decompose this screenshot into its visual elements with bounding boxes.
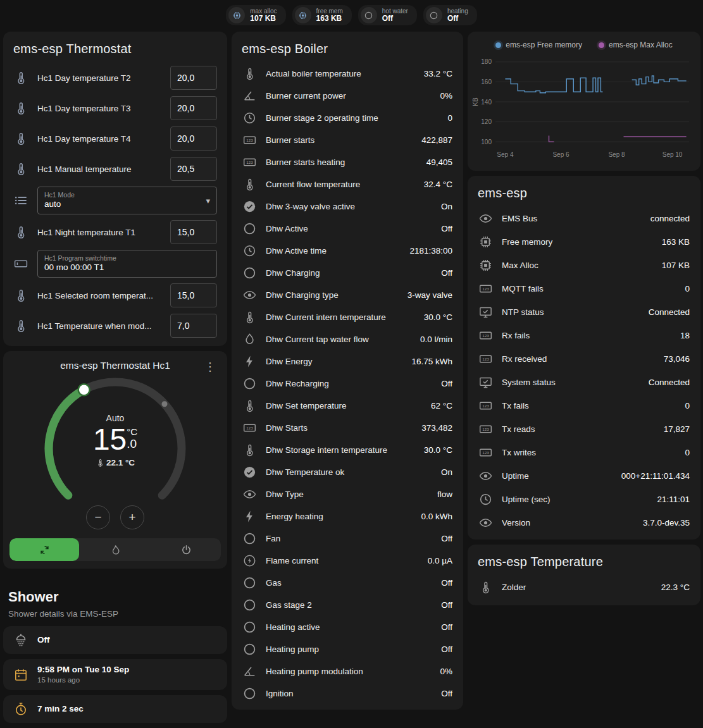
climate-card: ems-esp Thermostat Hc1 ⋮ Auto 15 °C xyxy=(3,351,227,569)
entity-row[interactable]: Dhw Current intern temperature 30.0 °C xyxy=(232,306,463,328)
entity-row[interactable]: Current flow temperature 32.4 °C xyxy=(232,173,463,195)
entity-row[interactable]: 123 Tx fails 0 xyxy=(468,394,700,417)
entity-row[interactable]: Hc1 Manual temperature 20,5 xyxy=(3,154,227,184)
circle-icon xyxy=(242,598,257,612)
entity-row[interactable]: 123 Tx reads 17,827 xyxy=(468,417,700,441)
entity-row[interactable]: NTP status Connected xyxy=(468,300,700,324)
entity-row[interactable]: Burner stage 2 operating time 0 xyxy=(232,107,463,129)
entity-value: Off xyxy=(441,379,452,388)
entity-value: 3-way valve xyxy=(407,290,452,300)
text-input[interactable]: Hc1 Program switchtime 00 mo 00:00 T1 xyxy=(37,250,217,278)
thermometer-icon xyxy=(242,177,257,192)
entity-row[interactable]: Hc1 Program switchtime 00 mo 00:00 T1 xyxy=(3,247,227,280)
entity-label: Dhw Recharging xyxy=(266,379,432,388)
entity-row[interactable]: 123 MQTT fails 0 xyxy=(468,277,700,300)
entity-label: Fan xyxy=(266,534,432,543)
entity-value: Connected xyxy=(649,378,690,387)
entity-row[interactable]: Ignition Off xyxy=(232,682,463,705)
entity-row[interactable]: Hc1 Night temperature T1 15,0 xyxy=(3,217,227,247)
entity-row[interactable]: EMS Bus connected xyxy=(468,207,700,230)
entity-row[interactable]: Dhw 3-way valve active On xyxy=(232,195,463,218)
badge-value: Off xyxy=(382,15,408,23)
entity-row[interactable]: Hc1 Day temperature T2 20,0 xyxy=(3,63,227,93)
dial-handle[interactable] xyxy=(78,384,90,395)
entity-row[interactable]: 123 Rx received 73,046 xyxy=(468,347,700,371)
entity-row[interactable]: Energy heating 0.0 kWh xyxy=(232,505,463,527)
hvac-mode-button[interactable] xyxy=(151,538,221,561)
entity-row[interactable]: Actual boiler temperature 33.2 °C xyxy=(232,63,463,85)
eye-icon xyxy=(478,469,493,483)
thermometer-icon xyxy=(13,131,28,146)
entity-row[interactable]: Heating active Off xyxy=(232,616,463,638)
entity-row[interactable]: 123 Tx writes 0 xyxy=(468,441,700,464)
entity-row[interactable]: Fan Off xyxy=(232,527,463,550)
entity-value: Off xyxy=(441,534,452,543)
entity-row[interactable]: 123 Dhw Starts 373,482 xyxy=(232,417,463,439)
increase-temp-button[interactable]: + xyxy=(120,505,144,529)
more-options-icon[interactable]: ⋮ xyxy=(201,359,220,375)
hvac-mode-button[interactable] xyxy=(80,538,150,561)
entity-row[interactable]: Uptime (sec) 21:11:01 xyxy=(468,488,700,511)
entity-row[interactable]: Dhw Recharging Off xyxy=(232,373,463,395)
hvac-mode-button[interactable] xyxy=(9,538,79,561)
entity-row[interactable]: Burner current power 0% xyxy=(232,85,463,107)
entity-row[interactable]: System status Connected xyxy=(468,371,700,394)
number-input[interactable]: 20,0 xyxy=(170,66,217,90)
entity-value: 163 KB xyxy=(662,237,690,247)
circle-icon xyxy=(361,7,377,23)
entity-row[interactable]: Flame current 0.0 µA xyxy=(232,550,463,572)
number-value: 7,0 xyxy=(177,321,189,331)
status-badge[interactable]: max alloc 107 KB xyxy=(226,5,285,25)
entity-row[interactable]: Hc1 Day temperature T4 20,0 xyxy=(3,123,227,154)
entity-row[interactable]: Heating pump Off xyxy=(232,638,463,660)
thermostat-dial: Auto 15 °C .0 22.1 °C − + xyxy=(35,374,195,529)
entity-row[interactable]: Heating pump modulation 0% xyxy=(232,660,463,682)
entity-row[interactable]: Hc1 Day temperature T3 20,0 xyxy=(3,93,227,123)
shower-entity-card[interactable]: 7 min 2 sec xyxy=(3,695,227,723)
entity-label: Dhw Active xyxy=(266,224,432,233)
entity-row[interactable]: Dhw Energy 16.75 kWh xyxy=(232,350,463,373)
entity-row[interactable]: Zolder 22.3 °C xyxy=(468,576,700,599)
entity-row[interactable]: 123 Rx fails 18 xyxy=(468,324,700,347)
number-input[interactable]: 20,5 xyxy=(170,157,217,181)
status-badge[interactable]: hot water Off xyxy=(358,5,417,25)
entity-row[interactable]: Free memory 163 KB xyxy=(468,230,700,254)
check-circle-icon xyxy=(242,199,257,214)
entity-row[interactable]: Hc1 Temperature when mod... 7,0 xyxy=(3,311,227,341)
svg-text:123: 123 xyxy=(482,427,489,431)
entity-row[interactable]: Gas Off xyxy=(232,572,463,594)
legend-item[interactable]: ems-esp Free memory xyxy=(495,40,582,49)
shower-entity-card[interactable]: Off xyxy=(3,626,227,654)
entity-row[interactable]: 123 Burner starts 422,887 xyxy=(232,129,463,151)
entity-row[interactable]: Dhw Active time 2181:38:00 xyxy=(232,240,463,262)
status-badge[interactable]: free mem 163 KB xyxy=(292,5,352,25)
entity-row[interactable]: Hc1 Mode auto ▾ xyxy=(3,184,227,217)
entity-row[interactable]: Dhw Charging type 3-way valve xyxy=(232,284,463,306)
entity-row[interactable]: Hc1 Selected room temperat... 15,0 xyxy=(3,280,227,311)
entity-row[interactable]: Max Alloc 107 KB xyxy=(468,254,700,277)
entity-row[interactable]: Uptime 000+21:11:01.434 xyxy=(468,464,700,488)
entity-row[interactable]: Dhw Storage intern temperature 30.0 °C xyxy=(232,439,463,461)
circle-icon xyxy=(426,7,442,23)
number-input[interactable]: 20,0 xyxy=(170,96,217,120)
entity-row[interactable]: Dhw Type flow xyxy=(232,483,463,505)
number-input[interactable]: 20,0 xyxy=(170,126,217,151)
number-input[interactable]: 15,0 xyxy=(170,283,217,307)
legend-item[interactable]: ems-esp Max Alloc xyxy=(599,40,673,49)
legend-dot xyxy=(495,42,501,48)
entity-row[interactable]: Dhw Current tap water flow 0.0 l/min xyxy=(232,328,463,350)
status-badge[interactable]: heating Off xyxy=(423,5,477,25)
entity-row[interactable]: Gas stage 2 Off xyxy=(232,594,463,616)
shower-entity-card[interactable]: 9:58 PM on Tue 10 Sep 15 hours ago xyxy=(3,659,227,690)
mode-select[interactable]: Hc1 Mode auto ▾ xyxy=(37,187,217,214)
svg-text:123: 123 xyxy=(246,160,253,164)
entity-row[interactable]: Dhw Temperature ok On xyxy=(232,461,463,483)
number-input[interactable]: 7,0 xyxy=(170,314,217,338)
entity-row[interactable]: Version 3.7.0-dev.35 xyxy=(468,511,700,534)
entity-row[interactable]: Dhw Active Off xyxy=(232,218,463,240)
entity-row[interactable]: 123 Burner starts heating 49,405 xyxy=(232,151,463,173)
entity-row[interactable]: Dhw Charging Off xyxy=(232,262,463,284)
number-input[interactable]: 15,0 xyxy=(170,220,217,244)
decrease-temp-button[interactable]: − xyxy=(86,505,110,529)
entity-row[interactable]: Dhw Set temperature 62 °C xyxy=(232,395,463,417)
